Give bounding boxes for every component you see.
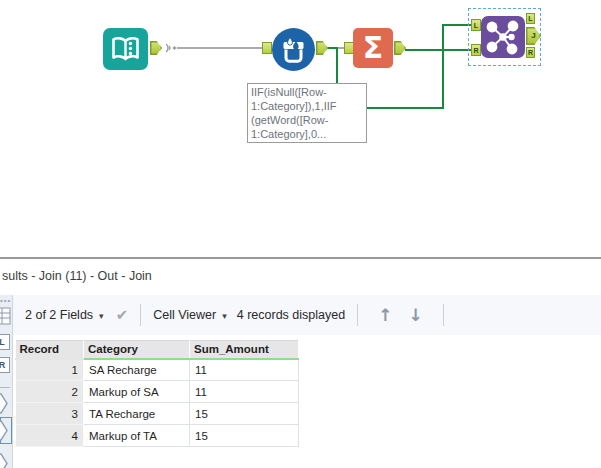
connection-summarize-to-join[interactable] (405, 49, 472, 51)
chevron-down-icon[interactable]: ▾ (99, 311, 104, 321)
join-tool[interactable] (481, 16, 525, 58)
record-cell[interactable]: 2 (16, 381, 84, 403)
chevron-down-icon[interactable]: ▾ (222, 311, 227, 321)
sum-amount-cell[interactable]: 11 (190, 359, 299, 381)
header-row: Record Category Sum_Amount (16, 341, 299, 359)
toolbar-divider (357, 304, 358, 326)
output-anchor-chevron-icon[interactable] (0, 393, 8, 414)
tool-annotation[interactable]: IIF(isNull([Row- 1:Category]),1,IIF (get… (247, 83, 367, 143)
category-cell[interactable]: Markup of SA (84, 381, 190, 403)
left-input-anchor-button[interactable]: L (0, 334, 10, 350)
sigma-icon: Σ (363, 30, 384, 65)
results-panel-title: sults - Join (11) - Out - Join (2, 269, 152, 283)
toolbar-divider (443, 304, 444, 326)
table-row: 3 TA Recharge 15 (16, 403, 299, 425)
grip-dots-icon: ••• (0, 296, 11, 305)
cell-viewer-dropdown[interactable]: Cell Viewer (153, 308, 216, 322)
table-row: 1 SA Recharge 11 (16, 359, 299, 381)
data-grid-icon[interactable] (0, 307, 11, 325)
sum-amount-cell[interactable]: 15 (190, 403, 299, 425)
results-data-grid: Record Category Sum_Amount 1 SA Recharge… (15, 340, 299, 447)
record-cell[interactable]: 1 (16, 359, 84, 381)
column-header-sum-amount[interactable]: Sum_Amount (190, 341, 299, 359)
connection-input-to-formula[interactable] (177, 47, 263, 49)
summarize-tool[interactable]: Σ (353, 28, 393, 68)
formula-output-anchor[interactable] (316, 41, 328, 55)
record-cell[interactable]: 4 (16, 425, 84, 447)
formula-beaker-icon (272, 28, 315, 71)
connection-formula-to-join-seg4[interactable] (442, 24, 444, 109)
results-panel: sults - Join (11) - Out - Join 2 of 2 Fi… (0, 257, 601, 468)
sum-amount-cell[interactable]: 11 (190, 381, 299, 403)
category-cell[interactable]: TA Recharge (84, 403, 190, 425)
join-output-anchor-right[interactable]: R (526, 47, 535, 58)
wireless-connection-icon (163, 40, 179, 56)
join-output-anchor-left[interactable]: L (526, 13, 535, 24)
results-toolbar: 2 of 2 Fields ▾ ✔ Cell Viewer ▾ 4 record… (0, 295, 601, 335)
apply-check-icon[interactable]: ✔ (116, 306, 129, 324)
connection-anchor-strip: ••• L R (0, 295, 13, 468)
input-output-anchor[interactable] (150, 41, 162, 55)
table-row: 2 Markup of SA 11 (16, 381, 299, 403)
category-cell[interactable]: SA Recharge (84, 359, 190, 381)
toolbar-divider (140, 304, 141, 326)
record-cell[interactable]: 3 (16, 403, 84, 425)
join-input-anchor-left[interactable]: L (471, 19, 481, 31)
join-input-anchor-right[interactable]: R (471, 44, 481, 56)
column-header-record[interactable]: Record (16, 341, 84, 359)
column-header-category[interactable]: Category (84, 341, 190, 359)
right-input-anchor-button[interactable]: R (0, 357, 10, 373)
sum-amount-cell[interactable]: 15 (190, 425, 299, 447)
table-row: 4 Markup of TA 15 (16, 425, 299, 447)
fields-dropdown[interactable]: 2 of 2 Fields (25, 308, 93, 322)
scroll-down-icon[interactable]: ↓ (408, 305, 422, 325)
output-anchor-chevron-icon-selected[interactable] (0, 420, 8, 441)
multi-row-formula-tool[interactable] (272, 28, 315, 71)
open-book-icon (103, 28, 148, 70)
formula-input-anchor[interactable] (262, 42, 272, 54)
output-anchor-chevron-icon[interactable] (0, 453, 8, 468)
strip-divider (0, 387, 10, 388)
alteryx-window: Σ L R L J (0, 0, 601, 468)
records-displayed-label: 4 records displayed (237, 308, 345, 322)
input-data-tool[interactable] (103, 28, 148, 70)
category-cell[interactable]: Markup of TA (84, 425, 190, 447)
scroll-up-icon[interactable]: ↑ (378, 305, 392, 325)
join-network-icon (481, 16, 525, 58)
summarize-output-anchor[interactable] (394, 41, 406, 55)
